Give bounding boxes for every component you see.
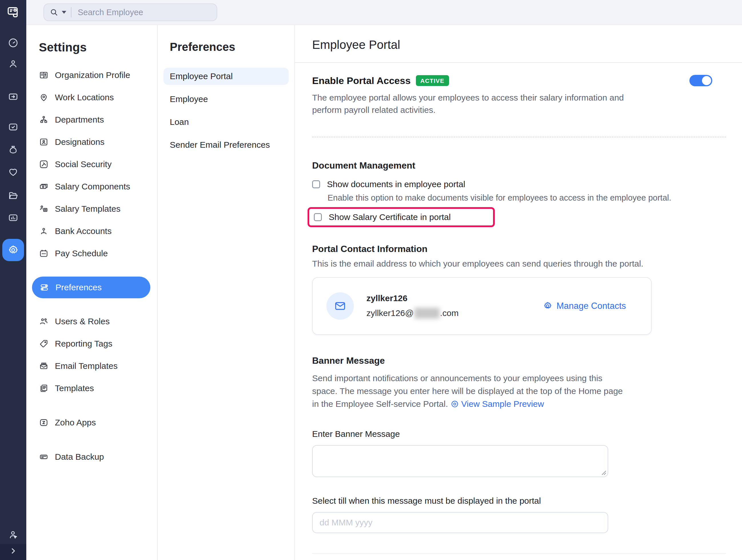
preferences-nav-panel: Preferences Employee Portal Employee Loa… xyxy=(158,25,295,560)
stacked-docs-icon xyxy=(39,383,49,393)
zoho-payroll-logo[interactable] xyxy=(0,5,26,19)
section-divider xyxy=(312,136,726,137)
settings-item-label: Zoho Apps xyxy=(55,418,96,428)
user-activity-icon[interactable] xyxy=(7,529,19,541)
settings-item-label: Salary Components xyxy=(55,182,130,191)
person-tie-icon xyxy=(39,226,49,236)
search-scope-caret-icon[interactable] xyxy=(62,11,66,14)
drive-icon xyxy=(39,452,49,462)
preferences-item-loan[interactable]: Loan xyxy=(163,113,289,130)
settings-item-label: Organization Profile xyxy=(55,70,130,80)
portal-access-description: The employee portal allows your employee… xyxy=(312,92,638,116)
search-divider xyxy=(71,7,71,17)
search-icon[interactable] xyxy=(50,8,58,16)
settings-item-label: Users & Roles xyxy=(55,317,110,326)
employees-icon[interactable] xyxy=(7,58,19,70)
preferences-item-label: Loan xyxy=(170,117,189,127)
settings-item-label: Templates xyxy=(55,383,94,393)
settings-item-social-security[interactable]: Social Security xyxy=(39,153,157,175)
show-documents-label[interactable]: Show documents in employee portal xyxy=(327,179,465,189)
contact-email-suffix: .com xyxy=(440,308,459,318)
show-documents-row: Show documents in employee portal xyxy=(312,179,726,189)
settings-icon[interactable] xyxy=(2,239,24,261)
id-badge-icon xyxy=(39,137,49,147)
settings-item-work-locations[interactable]: Work Locations xyxy=(39,86,157,109)
preferences-item-label: Employee Portal xyxy=(170,71,233,81)
users-icon xyxy=(39,317,49,326)
settings-item-label: Bank Accounts xyxy=(55,226,111,236)
show-salary-certificate-label[interactable]: Show Salary Certificate in portal xyxy=(329,212,451,222)
contact-email-prefix: zyllker126@ xyxy=(366,308,414,318)
preferences-item-employee-portal[interactable]: Employee Portal xyxy=(163,68,289,85)
view-sample-preview-link[interactable]: View Sample Preview xyxy=(450,399,544,408)
enable-portal-access-row: Enable Portal Access ACTIVE xyxy=(312,75,726,86)
banner-date-label: Select till when this message must be di… xyxy=(312,496,726,506)
settings-item-preferences-active[interactable]: Preferences xyxy=(32,277,150,298)
settings-item-organization-profile[interactable]: Organization Profile xyxy=(39,64,157,86)
contact-card: zyllker126 zyllker126@.com Manage Contac… xyxy=(312,277,652,335)
settings-item-templates[interactable]: Templates xyxy=(39,377,157,399)
settings-item-label: Reporting Tags xyxy=(55,339,112,348)
settings-item-label: Social Security xyxy=(55,159,111,169)
cash-icon xyxy=(39,182,49,191)
portal-contact-heading: Portal Contact Information xyxy=(312,244,726,254)
settings-item-zoho-apps[interactable]: Zoho Apps xyxy=(39,411,157,434)
approvals-icon[interactable] xyxy=(7,121,19,132)
banner-message-heading: Banner Message xyxy=(312,355,726,366)
settings-nav-panel: Settings Organization Profile Work Locat… xyxy=(26,25,158,560)
dashboard-icon[interactable] xyxy=(7,37,19,49)
settings-item-departments[interactable]: Departments xyxy=(39,109,157,131)
manage-contacts-label: Manage Contacts xyxy=(556,301,626,311)
sliders-icon xyxy=(40,283,49,292)
settings-title: Settings xyxy=(39,41,157,54)
employee-search-box[interactable] xyxy=(44,3,217,21)
settings-item-label: Email Templates xyxy=(55,361,118,371)
reports-icon[interactable] xyxy=(7,212,19,223)
show-salary-certificate-checkbox[interactable] xyxy=(314,213,322,221)
settings-item-users-roles[interactable]: Users & Roles xyxy=(39,310,157,333)
org-profile-icon xyxy=(39,70,49,80)
hierarchy-icon xyxy=(39,115,49,124)
settings-item-label: Designations xyxy=(55,137,104,147)
settings-item-salary-components[interactable]: Salary Components xyxy=(39,175,157,198)
envelope-icon xyxy=(334,300,347,312)
settings-item-label: Data Backup xyxy=(55,452,104,462)
benefits-icon[interactable] xyxy=(7,166,19,178)
pay-runs-icon[interactable] xyxy=(7,91,19,102)
resize-grip-icon[interactable] xyxy=(601,470,606,475)
show-documents-checkbox[interactable] xyxy=(312,180,320,188)
settings-item-reporting-tags[interactable]: Reporting Tags xyxy=(39,333,157,355)
preferences-item-employee[interactable]: Employee xyxy=(163,91,289,108)
settings-item-email-templates[interactable]: Email Templates xyxy=(39,355,157,377)
contact-email: zyllker126@.com xyxy=(366,308,459,319)
search-input[interactable] xyxy=(78,8,192,17)
tag-icon xyxy=(39,339,49,348)
settings-item-bank-accounts[interactable]: Bank Accounts xyxy=(39,220,157,242)
document-management-heading: Document Management xyxy=(312,160,726,171)
salary-certificate-highlight-box: Show Salary Certificate in portal xyxy=(308,207,495,227)
redacted-email-domain xyxy=(415,308,439,319)
bottom-divider xyxy=(312,553,726,554)
portal-access-toggle[interactable] xyxy=(689,75,712,86)
settings-item-data-backup[interactable]: Data Backup xyxy=(39,446,157,468)
settings-item-label: Preferences xyxy=(55,283,102,292)
map-pin-icon xyxy=(39,93,49,102)
settings-item-pay-schedule[interactable]: Pay Schedule xyxy=(39,242,157,265)
gavel-icon xyxy=(39,159,49,169)
documents-icon[interactable] xyxy=(7,190,19,201)
app-window: Settings Organization Profile Work Locat… xyxy=(0,0,742,560)
settings-item-designations[interactable]: Designations xyxy=(39,131,157,153)
manage-contacts-link[interactable]: Manage Contacts xyxy=(543,301,626,311)
settings-item-salary-templates[interactable]: Salary Templates xyxy=(39,198,157,220)
loans-icon[interactable] xyxy=(7,144,19,156)
banner-date-input[interactable] xyxy=(312,512,608,533)
eye-icon xyxy=(450,400,459,408)
gear-icon xyxy=(543,301,552,311)
zoho-z-icon xyxy=(39,418,49,428)
sidebar-collapse-strip[interactable] xyxy=(0,544,26,560)
portal-contact-description: This is the email address to which your … xyxy=(312,259,726,269)
collapse-chevron-icon[interactable] xyxy=(9,546,18,558)
preferences-item-sender-email[interactable]: Sender Email Preferences xyxy=(163,136,289,154)
banner-message-textarea[interactable] xyxy=(312,445,608,477)
settings-item-label: Departments xyxy=(55,115,104,124)
